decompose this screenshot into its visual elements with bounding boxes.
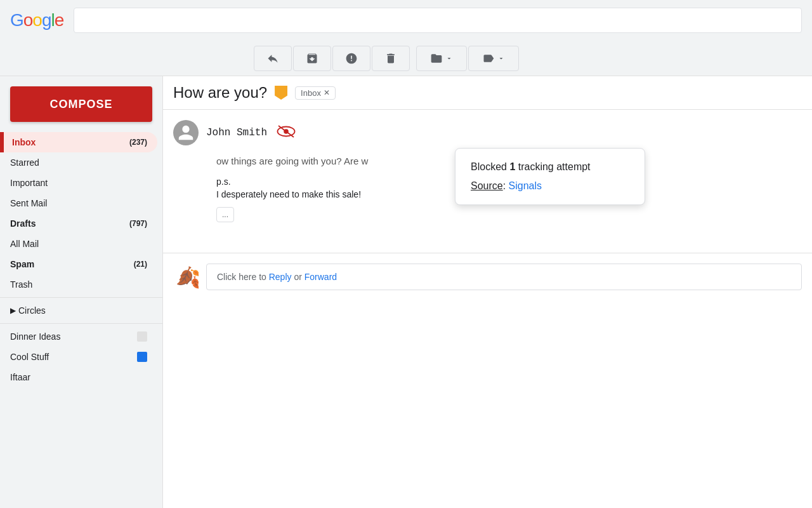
reply-avatar: 🍂 [173, 264, 199, 290]
drafts-label: Drafts [10, 218, 129, 229]
dinner-ideas-color [137, 331, 147, 342]
logo-letter-o1: o [23, 10, 33, 30]
logo-letter-g: G [10, 10, 23, 30]
sender-name: John Smith [206, 127, 267, 138]
email-content: How are you? Inbox ✕ John Smith [162, 76, 812, 508]
toolbar [0, 41, 812, 76]
spam-badge: (21) [134, 260, 147, 269]
logo-letter-g2: g [42, 10, 51, 30]
sidebar-item-drafts[interactable]: Drafts (797) [0, 213, 157, 234]
svg-text:🍂: 🍂 [176, 265, 199, 290]
drafts-badge: (797) [129, 219, 147, 228]
sidebar-item-inbox[interactable]: Inbox (237) [0, 132, 157, 152]
trash-label: Trash [10, 279, 147, 290]
expand-button[interactable]: ... [216, 207, 234, 222]
reply-link[interactable]: Reply [269, 272, 292, 282]
sidebar-divider [0, 297, 162, 298]
archive-button[interactable] [293, 46, 331, 71]
iftaar-label: Iftaar [10, 372, 147, 382]
inbox-label: Inbox [12, 137, 129, 147]
report-button[interactable] [332, 46, 370, 71]
inbox-tag-close-button[interactable]: ✕ [324, 88, 330, 97]
sidebar-item-trash[interactable]: Trash [0, 274, 157, 295]
logo-letter-o2: o [32, 10, 42, 30]
main-layout: COMPOSE Inbox (237) Starred Important Se… [0, 76, 812, 508]
dinner-ideas-label: Dinner Ideas [10, 331, 137, 342]
email-subject-title: How are you? [173, 84, 267, 102]
starred-label: Starred [10, 157, 147, 168]
forward-link[interactable]: Forward [304, 272, 337, 282]
sent-label: Sent Mail [10, 198, 147, 208]
reply-button[interactable] [254, 46, 292, 71]
sidebar-divider2 [0, 323, 162, 324]
reply-connector: or [292, 272, 304, 282]
search-input[interactable] [74, 8, 802, 33]
circles-arrow-icon: ▶ [10, 306, 16, 315]
logo-letter-e: e [55, 10, 64, 30]
email-label-tag [275, 86, 287, 100]
circles-label: Circles [18, 305, 46, 316]
sidebar-item-important[interactable]: Important [0, 173, 157, 193]
inbox-tag-label: Inbox [301, 88, 321, 98]
sender-row: John Smith [173, 120, 802, 145]
spam-label: Spam [10, 259, 134, 269]
sidebar-item-iftaar[interactable]: Iftaar [0, 367, 157, 387]
sidebar-item-cool-stuff[interactable]: Cool Stuff [0, 347, 157, 367]
tracking-count: 1 [509, 161, 515, 172]
tracking-source-value[interactable]: Signals [509, 180, 542, 191]
sidebar-item-starred[interactable]: Starred [0, 152, 157, 173]
folder-label-group [416, 46, 519, 71]
tracking-source: Source: Signals [471, 180, 629, 192]
sidebar-item-dinner-ideas[interactable]: Dinner Ideas [0, 326, 157, 347]
sidebar-item-spam[interactable]: Spam (21) [0, 254, 157, 274]
top-bar: Google [0, 0, 812, 41]
email-subject-bar: How are you? Inbox ✕ [163, 76, 812, 110]
email-message: John Smith Blocked 1 tracking attempt So… [163, 110, 812, 237]
compose-button[interactable]: COMPOSE [10, 86, 152, 122]
tracking-popup-text: Blocked 1 tracking attempt [471, 161, 629, 173]
sidebar-item-sent[interactable]: Sent Mail [0, 193, 157, 213]
cool-stuff-color [137, 352, 147, 362]
reply-text-pre: Click here to [217, 272, 269, 282]
sidebar-item-allmail[interactable]: All Mail [0, 234, 157, 254]
allmail-label: All Mail [10, 239, 147, 249]
reply-section: 🍂 Click here to Reply or Forward [163, 253, 812, 300]
move-to-button[interactable] [416, 46, 467, 71]
label-button[interactable] [468, 46, 519, 71]
inbox-tag: Inbox ✕ [295, 86, 336, 100]
sender-avatar [173, 120, 199, 145]
tracking-post: tracking attempt [515, 161, 590, 172]
inbox-badge: (237) [129, 138, 147, 147]
tracking-source-label: Source [471, 180, 503, 191]
important-label: Important [10, 178, 147, 188]
delete-button[interactable] [372, 46, 410, 71]
tracking-popup: Blocked 1 tracking attempt Source: Signa… [455, 148, 645, 205]
reply-box[interactable]: Click here to Reply or Forward [206, 264, 802, 290]
tracking-icon[interactable] [275, 124, 298, 142]
sidebar-section-circles[interactable]: ▶ Circles [0, 300, 162, 321]
expand-dots: ... [222, 210, 228, 219]
tracking-pre: Blocked [471, 161, 509, 172]
cool-stuff-label: Cool Stuff [10, 352, 137, 362]
sidebar: COMPOSE Inbox (237) Starred Important Se… [0, 76, 162, 508]
google-logo: Google [10, 10, 63, 30]
tracking-source-colon: : [503, 180, 509, 191]
